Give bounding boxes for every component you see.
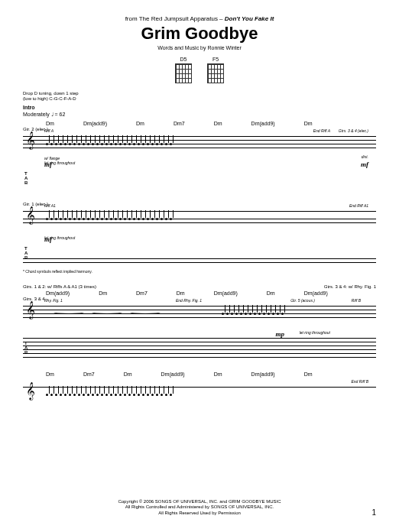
tuning-line1: Drop D tuning, down 1 step bbox=[23, 91, 376, 96]
chord-symbol: Dm bbox=[136, 121, 144, 126]
riff-label: Riff A bbox=[44, 128, 54, 133]
fretboard-icon bbox=[175, 63, 192, 83]
copyright-line1: Copyright © 2006 SONGS OF UNIVERSAL, INC… bbox=[23, 499, 376, 505]
page-number: 1 bbox=[371, 508, 376, 517]
dynamic-mp: mp bbox=[275, 330, 284, 338]
tab-block: TAB bbox=[23, 168, 376, 191]
chord-row: Dm(add9) Dm Dm7 Dm Dm(add9) Dm Dm(add9) bbox=[23, 290, 376, 296]
tab-staff bbox=[23, 338, 376, 361]
perf-note-letring: let ring throughout bbox=[44, 161, 75, 165]
header: from The Red Jumpsuit Apparatus – Don't … bbox=[23, 15, 376, 50]
header-right: Gtrs. 3 & 4: w/ Rhy. Fig. 1 bbox=[324, 284, 376, 289]
header-left: Gtrs. 1 & 2: w/ Riffs A & A1 (3 times) bbox=[23, 284, 96, 289]
section-label: Intro bbox=[23, 105, 376, 110]
system-2: Gtr. 1 (elec.) Riff A1 End Riff A1 𝄞 mf … bbox=[23, 202, 376, 274]
chord-symbol: Dm bbox=[99, 290, 107, 296]
copyright-line2: All Rights Controlled and Administered b… bbox=[23, 504, 376, 511]
chord-symbol: Dm(add9) bbox=[161, 371, 185, 377]
perf-note-letring: let ring throughout bbox=[300, 330, 330, 335]
chord-diagrams: D5 F5 bbox=[23, 57, 376, 83]
tuning-note: Drop D tuning, down 1 step (low to high)… bbox=[23, 91, 376, 102]
system-1: Dm Dm(add9) Dm Dm7 Dm Dm(add9) Dm Gtr. 2… bbox=[23, 121, 376, 191]
system-3: Gtrs. 1 & 2: w/ Riffs A & A1 (3 times) G… bbox=[23, 284, 376, 361]
credits: Words and Music by Ronnie Winter bbox=[23, 45, 376, 50]
chord-symbol: Dm(add9) bbox=[214, 290, 238, 296]
end-riff-label: End Riff A bbox=[313, 128, 330, 133]
chord-symbol: Dm(add9) bbox=[46, 290, 70, 296]
song-title: Grim Goodbye bbox=[23, 24, 376, 44]
end-riff-label: End Riff A1 bbox=[349, 203, 368, 208]
end-rhy-label: End Rhy. Fig. 1 bbox=[176, 298, 202, 303]
chord-symbol: Dm bbox=[177, 290, 185, 296]
from-line: from The Red Jumpsuit Apparatus – Don't … bbox=[23, 15, 376, 22]
from-prefix: from The Red Jumpsuit Apparatus – bbox=[125, 15, 225, 22]
chord-symbol: Dm bbox=[267, 290, 275, 296]
perf-note-letring: let ring throughout bbox=[44, 235, 75, 240]
treble-clef-icon: 𝄞 bbox=[26, 301, 35, 319]
chord-symbol: Dm bbox=[214, 371, 222, 377]
chord-symbol: Dm(add9) bbox=[304, 290, 328, 296]
chord-symbol: Dm(add9) bbox=[251, 371, 275, 377]
notes bbox=[46, 388, 368, 401]
tab-block: TAB bbox=[23, 338, 376, 361]
tuning-line2: (low to high) C-G-C-F-A-D bbox=[23, 96, 376, 102]
chord-row: Dm Dm(add9) Dm Dm7 Dm Dm(add9) Dm bbox=[23, 121, 376, 126]
gtr5-label: Gtr. 5 (acous.) bbox=[290, 298, 315, 303]
chord-symbol: Dm bbox=[124, 371, 132, 377]
tab-label-icon: TAB bbox=[24, 171, 28, 185]
dynamic-mf-2: mf bbox=[361, 161, 368, 168]
tempo-marking: Moderately ♩ = 62 bbox=[23, 112, 376, 118]
chord-symbol: Dm bbox=[46, 121, 54, 126]
chord-symbol: Dm(add9) bbox=[251, 121, 275, 126]
footnote: * Chord symbols reflect implied harmony. bbox=[23, 269, 376, 274]
tab-staff bbox=[23, 410, 376, 433]
chord-symbol: Dm bbox=[304, 371, 313, 377]
copyright-line3: All Rights Reserved Used by Permission bbox=[23, 511, 376, 517]
dist-label: dist. bbox=[362, 154, 368, 159]
staff-block: End Riff B 𝄞 bbox=[23, 378, 376, 408]
tab-staff bbox=[23, 243, 376, 266]
chord-symbol: Dm(add9) bbox=[83, 121, 107, 126]
riff-label: Riff A1 bbox=[44, 203, 56, 208]
notes bbox=[46, 212, 368, 225]
chord-name: D5 bbox=[180, 57, 187, 62]
chord-symbol: Dm bbox=[214, 121, 222, 126]
staff-block: Gtr. 1 (elec.) Riff A1 End Riff A1 𝄞 mf … bbox=[23, 202, 376, 242]
rhy-fig-label: Rhy. Fig. 1 bbox=[44, 298, 63, 303]
chord-symbol: Dm7 bbox=[83, 371, 95, 377]
staff-block: Gtrs. 3 & 4 Rhy. Fig. 1 End Rhy. Fig. 1 … bbox=[23, 297, 376, 336]
chord-symbol: Dm7 bbox=[174, 121, 185, 126]
tab-block: TAB bbox=[23, 243, 376, 266]
chord-row: Dm Dm7 Dm Dm(add9) Dm Dm(add9) Dm bbox=[23, 371, 376, 377]
tab-label-icon: TAB bbox=[24, 246, 28, 260]
end-riff-b-label: End Riff B bbox=[351, 379, 368, 384]
system-4: Dm Dm7 Dm Dm(add9) Dm Dm(add9) Dm End Ri… bbox=[23, 371, 376, 433]
tab-block bbox=[23, 410, 376, 433]
chord-symbol: Dm bbox=[46, 371, 54, 377]
fretboard-icon bbox=[207, 63, 224, 83]
chord-diagram-f5: F5 bbox=[207, 57, 224, 83]
treble-clef-icon: 𝄞 bbox=[26, 131, 35, 149]
album-title: Don't You Fake It bbox=[225, 15, 274, 22]
treble-clef-icon: 𝄞 bbox=[26, 382, 35, 400]
chord-symbol: Dm7 bbox=[136, 290, 148, 296]
gtrs-34-label: Gtrs. 3 & 4 (elec.) bbox=[339, 128, 368, 133]
tab-label-icon: TAB bbox=[24, 341, 28, 355]
chord-diagram-d5: D5 bbox=[175, 57, 192, 83]
notes bbox=[222, 307, 368, 320]
treble-clef-icon: 𝄞 bbox=[26, 206, 35, 224]
copyright: Copyright © 2006 SONGS OF UNIVERSAL, INC… bbox=[23, 499, 376, 517]
notes bbox=[46, 138, 368, 150]
chord-symbol: Dm bbox=[304, 121, 313, 126]
riff-b-label: Riff B bbox=[352, 298, 361, 303]
tab-staff bbox=[23, 168, 376, 191]
chord-name: F5 bbox=[212, 57, 219, 62]
staff-block: Gtr. 2 (elec.) Riff A End Riff A Gtrs. 3… bbox=[23, 127, 376, 167]
